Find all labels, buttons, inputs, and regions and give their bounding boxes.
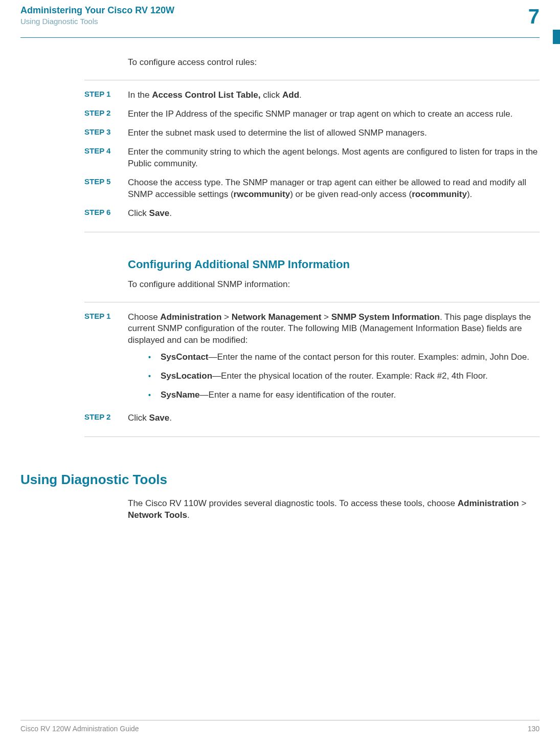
text-bold: Network Tools — [128, 510, 187, 520]
header-subtitle: Using Diagnostic Tools — [20, 17, 174, 26]
bullet-list: • SysContact—Enter the name of the conta… — [148, 352, 540, 401]
section2-step-1: STEP 1 Choose Administration > Network M… — [20, 312, 540, 409]
section3-body: The Cisco RV 110W provides several diagn… — [128, 498, 540, 521]
text-bold: rwcommunity — [234, 189, 290, 199]
text-part: ). — [467, 189, 472, 199]
step-3: STEP 3 Enter the subnet mask used to det… — [20, 127, 540, 139]
step-4: STEP 4 Enter the community string to whi… — [20, 146, 540, 170]
text-part: > — [321, 312, 331, 322]
chapter-number: 7 — [519, 5, 540, 28]
text-bold: SNMP System Information — [331, 312, 440, 322]
step-6: STEP 6 Click Save. — [20, 208, 540, 220]
step-text: Choose Administration > Network Manageme… — [128, 312, 540, 409]
text-part: . — [187, 510, 190, 520]
bullet-rest: —Enter a name for easy identification of… — [200, 390, 396, 400]
header-title: Administering Your Cisco RV 120W — [20, 5, 174, 16]
bullet-text: SysName—Enter a name for easy identifica… — [161, 389, 540, 401]
bullet-mark-icon: • — [148, 370, 161, 382]
step-text: Enter the IP Address of the specific SNM… — [128, 108, 540, 120]
section2-heading: Configuring Additional SNMP Information — [128, 258, 540, 271]
step-label: STEP 6 — [20, 208, 128, 216]
bullet-bold: SysContact — [161, 352, 209, 362]
text-bold: rocommunity — [412, 189, 467, 199]
bullet-item: • SysLocation—Enter the physical locatio… — [148, 370, 540, 382]
step-text: Choose the access type. The SNMP manager… — [128, 177, 540, 201]
section2-step-2: STEP 2 Click Save. — [20, 412, 540, 424]
text-part: . — [169, 208, 172, 218]
text-part: > — [519, 498, 527, 508]
header-rule — [20, 37, 540, 38]
footer-page-number: 130 — [528, 725, 540, 733]
step-5: STEP 5 Choose the access type. The SNMP … — [20, 177, 540, 201]
section2-intro: To configure additional SNMP information… — [128, 279, 540, 290]
footer-left: Cisco RV 120W Administration Guide — [20, 725, 139, 733]
step-text: In the Access Control List Table, click … — [128, 90, 540, 101]
bullet-mark-icon: • — [148, 352, 161, 363]
bullet-bold: SysName — [161, 390, 200, 400]
bullet-text: SysLocation—Enter the physical location … — [161, 370, 540, 382]
step-2: STEP 2 Enter the IP Address of the speci… — [20, 108, 540, 120]
page-content: To configure access control rules: STEP … — [0, 57, 560, 521]
text-part: click — [261, 90, 283, 100]
bullet-rest: —Enter the physical location of the rout… — [212, 371, 488, 381]
chapter-number-wrap: 7 — [519, 5, 540, 28]
step-rule-bottom-1 — [84, 232, 540, 232]
chapter-tab-icon — [553, 30, 560, 44]
text-part: > — [221, 312, 231, 322]
step-rule-top-2 — [84, 302, 540, 302]
page-footer: Cisco RV 120W Administration Guide 130 — [20, 720, 540, 733]
text-part: Choose — [128, 312, 160, 322]
step-label: STEP 2 — [20, 412, 128, 421]
step-text: Enter the subnet mask used to determine … — [128, 127, 540, 139]
step-text: Click Save. — [128, 412, 540, 424]
step-text: Enter the community string to which the … — [128, 146, 540, 170]
text-bold: Save — [149, 208, 170, 218]
text-bold: Add — [282, 90, 299, 100]
text-part: Click — [128, 208, 149, 218]
text-bold: Administration — [160, 312, 221, 322]
step-label: STEP 1 — [20, 312, 128, 320]
text-bold: Save — [149, 413, 170, 423]
step-label: STEP 3 — [20, 127, 128, 136]
text-part: . — [299, 90, 302, 100]
header-left: Administering Your Cisco RV 120W Using D… — [20, 5, 174, 26]
section3-heading: Using Diagnostic Tools — [20, 472, 540, 488]
step-rule-top-1 — [84, 80, 540, 80]
text-bold: Access Control List Table, — [152, 90, 260, 100]
text-bold: Network Management — [232, 312, 322, 322]
step-rule-bottom-2 — [84, 436, 540, 437]
text-bold: Administration — [458, 498, 519, 508]
bullet-rest: —Enter the name of the contact person fo… — [209, 352, 529, 362]
page-header: Administering Your Cisco RV 120W Using D… — [0, 0, 560, 28]
bullet-item: • SysName—Enter a name for easy identifi… — [148, 389, 540, 401]
text-part: In the — [128, 90, 152, 100]
bullet-text: SysContact—Enter the name of the contact… — [161, 352, 540, 363]
step-label: STEP 4 — [20, 146, 128, 155]
step-1: STEP 1 In the Access Control List Table,… — [20, 90, 540, 101]
step-label: STEP 2 — [20, 108, 128, 117]
bullet-mark-icon: • — [148, 389, 161, 401]
bullet-bold: SysLocation — [161, 371, 212, 381]
text-part: . — [169, 413, 172, 423]
step-label: STEP 5 — [20, 177, 128, 186]
section1-steps: STEP 1 In the Access Control List Table,… — [20, 90, 540, 220]
section1-intro: To configure access control rules: — [128, 57, 540, 68]
text-part: The Cisco RV 110W provides several diagn… — [128, 498, 458, 508]
text-part: Click — [128, 413, 149, 423]
step-label: STEP 1 — [20, 90, 128, 98]
text-part: ) or be given read-only access ( — [290, 189, 412, 199]
step-text: Click Save. — [128, 208, 540, 220]
bullet-item: • SysContact—Enter the name of the conta… — [148, 352, 540, 363]
